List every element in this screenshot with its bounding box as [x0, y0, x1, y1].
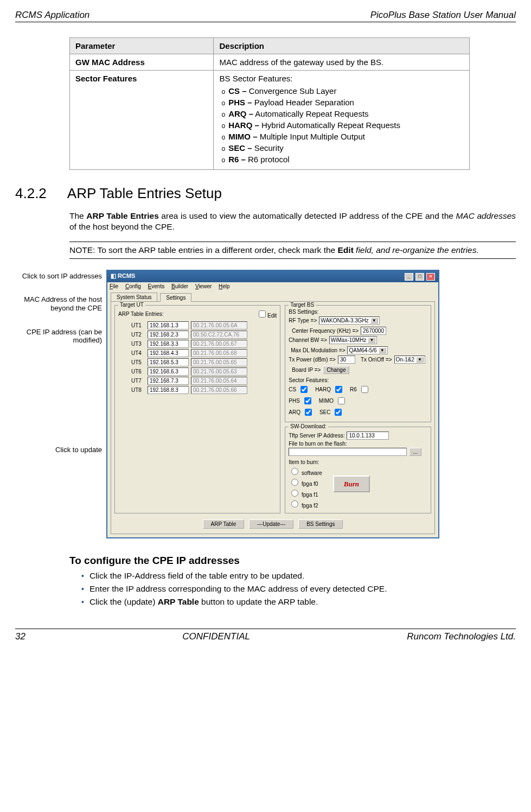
arp-row: UT1192.168.1.300.21.76.00.05.6A [131, 321, 277, 329]
param-gw-mac: GW MAC Address [75, 58, 145, 67]
desc-gw-mac: MAC address of the gateway used by the B… [214, 54, 470, 71]
radio-fpga-f0[interactable]: fpga f0 [289, 477, 322, 487]
arp-row: UT8192.168.8.300.21.76.00.05.66 [131, 386, 277, 394]
window-title: RCMS [118, 272, 135, 279]
tab-bar: System Status Settings [111, 293, 435, 301]
target-bs-group: Target BS BS Settings: RF Type => WAKOND… [285, 305, 431, 422]
ip-field[interactable]: 192.168.4.3 [148, 349, 189, 357]
mac-field: 00.21.76.00.05.67 [191, 340, 247, 348]
mac-field: 00.21.76.00.05.63 [191, 367, 247, 376]
header-left: RCMS Application [15, 10, 89, 21]
app-icon: ◧ [111, 272, 116, 279]
menu-help[interactable]: Help [219, 283, 230, 289]
th-description: Description [214, 38, 470, 54]
target-ut-group: Target UT ARP Table Entries: Edit UT1192… [114, 305, 280, 513]
desc-sector-features: BS Sector Features: oCS – Convergence Su… [214, 71, 470, 170]
subheading: To configure the CPE IP addresses [69, 555, 516, 567]
header-right: PicoPlus Base Station User Manual [370, 10, 516, 21]
page-header: RCMS Application PicoPlus Base Station U… [15, 10, 516, 22]
arp-row: UT4192.168.4.300.21.76.00.05.68 [131, 349, 277, 357]
bs-settings-title: BS Settings: [289, 309, 427, 315]
mac-field: 00.50.C2.72.CA.76 [191, 331, 247, 339]
page-number: 32 [15, 631, 25, 642]
ip-field[interactable]: 192.168.2.3 [148, 331, 189, 339]
harq-checkbox[interactable] [335, 386, 342, 393]
intro-paragraph: The ARP Table Entries area is used to vi… [69, 211, 516, 233]
ip-field[interactable]: 192.168.1.3 [148, 321, 189, 329]
param-sector-features: Sector Features [75, 74, 137, 83]
arp-row: UT7192.168.7.300.21.76.00.05.64 [131, 377, 277, 385]
bs-settings-button[interactable]: BS Settings [298, 519, 343, 529]
callout-update: Click to update [15, 446, 102, 454]
ip-field[interactable]: 192.168.7.3 [148, 377, 189, 385]
mac-field: 00.21.76.00.05.65 [191, 358, 247, 366]
modulation-select[interactable]: QAM64-5/6▼ [347, 346, 387, 354]
arp-row: UT2192.168.2.300.50.C2.72.CA.76 [131, 331, 277, 339]
sw-download-group: SW-Download: Tftp Server IP Address: 10.… [285, 427, 431, 513]
edit-checkbox[interactable]: Edit [257, 309, 277, 319]
callout-mac: MAC Address of the host beyond the CPE [15, 295, 102, 312]
radio-fpga-f1[interactable]: fpga f1 [289, 488, 322, 498]
tx-onoff-select[interactable]: On-1&2▼ [394, 356, 425, 364]
menu-config[interactable]: Config [125, 283, 141, 289]
channel-bw-select[interactable]: WiMax-10MHz▼ [329, 336, 377, 344]
ip-field[interactable]: 192.168.5.3 [148, 358, 189, 366]
rf-type-select[interactable]: WAKONDA-3.3GHz▼ [319, 316, 379, 325]
tftp-ip-field[interactable]: 10.0.1.133 [347, 432, 389, 440]
phs-checkbox[interactable] [304, 397, 311, 404]
center-freq-field[interactable]: 2670000 [361, 327, 386, 335]
arp-row: UT5192.168.5.300.21.76.00.05.65 [131, 358, 277, 366]
mac-field: 00.21.76.00.05.6A [191, 321, 247, 329]
file-path-field[interactable] [289, 448, 407, 456]
mac-field: 00.21.76.00.05.68 [191, 349, 247, 357]
company-name: Runcom Technologies Ltd. [407, 631, 516, 642]
callout-sort: Click to sort IP addresses [15, 272, 102, 281]
sec-checkbox[interactable] [335, 409, 342, 416]
update-button[interactable]: ---Update--- [249, 519, 293, 529]
tab-settings[interactable]: Settings [160, 293, 191, 302]
menu-events[interactable]: Events [148, 283, 165, 289]
minimize-button[interactable]: _ [405, 273, 413, 281]
rcms-window: ◧ RCMS _ □ × File Config Events Builder … [106, 270, 439, 538]
arq-checkbox[interactable] [305, 409, 312, 416]
figure-callouts: Click to sort IP addresses MAC Address o… [15, 270, 106, 470]
confidential-label: CONFIDENTIAL [182, 631, 250, 642]
burn-button[interactable]: Burn [333, 475, 370, 492]
ip-field[interactable]: 192.168.6.3 [148, 367, 189, 376]
section-heading: 4.2.2 ARP Table Entries Setup [15, 185, 516, 202]
mac-field: 00.21.76.00.05.66 [191, 386, 247, 394]
figure-wrapper: Click to sort IP addresses MAC Address o… [15, 270, 516, 538]
parameter-table: Parameter Description GW MAC Address MAC… [69, 37, 470, 170]
tx-power-field[interactable]: 30 [338, 356, 355, 364]
menubar: File Config Events Builder Viewer Help [107, 282, 438, 290]
change-button[interactable]: Change [323, 366, 349, 374]
menu-file[interactable]: File [110, 283, 118, 289]
menu-viewer[interactable]: Viewer [195, 283, 212, 289]
r6-checkbox[interactable] [361, 386, 368, 393]
th-parameter: Parameter [70, 38, 214, 54]
arp-row: UT3192.168.3.300.21.76.00.05.67 [131, 340, 277, 348]
browse-button[interactable]: ... [409, 448, 421, 456]
bottom-buttons: ARP Table ---Update--- BS Settings [114, 518, 431, 530]
note-box: NOTE: To sort the ARP table entries in a… [69, 242, 516, 259]
arp-title: ARP Table Entries: [118, 311, 164, 317]
ip-field[interactable]: 192.168.3.3 [148, 340, 189, 348]
radio-software[interactable]: software [289, 466, 322, 476]
maximize-button[interactable]: □ [415, 273, 424, 281]
arp-table-button[interactable]: ARP Table [203, 519, 245, 529]
ip-field[interactable]: 192.168.8.3 [148, 386, 189, 394]
arp-row: UT6192.168.6.300.21.76.00.05.63 [131, 367, 277, 376]
radio-fpga-f2[interactable]: fpga f2 [289, 499, 322, 509]
mac-field: 00.21.76.00.05.64 [191, 377, 247, 385]
page-footer: 32 CONFIDENTIAL Runcom Technologies Ltd. [15, 629, 516, 642]
titlebar: ◧ RCMS _ □ × [107, 271, 438, 282]
callout-ip: CPE IP address (can be modified) [15, 328, 102, 345]
menu-builder[interactable]: Builder [171, 283, 188, 289]
section-title: ARP Table Entries Setup [67, 185, 222, 201]
step-list: •Click the IP-Address field of the table… [81, 571, 516, 607]
mimo-checkbox[interactable] [338, 397, 345, 404]
cs-checkbox[interactable] [300, 386, 308, 393]
tab-system-status[interactable]: System Status [111, 293, 157, 301]
close-button[interactable]: × [426, 273, 435, 281]
section-number: 4.2.2 [15, 185, 64, 202]
